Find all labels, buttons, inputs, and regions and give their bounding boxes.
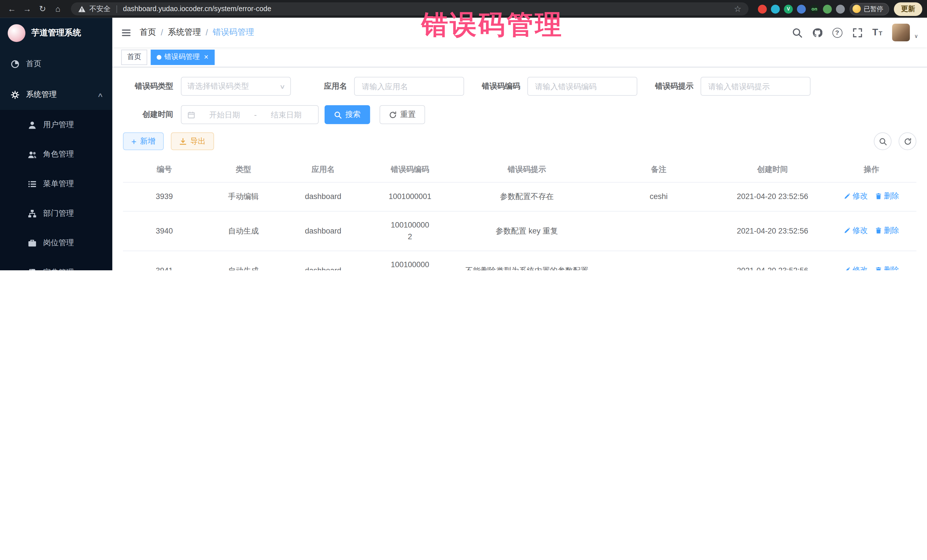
delete-link[interactable]: 删除 — [875, 190, 899, 202]
github-icon[interactable] — [812, 27, 822, 37]
sidebar-item-label: 字典管理 — [43, 267, 74, 270]
ext-red-icon[interactable] — [758, 5, 767, 14]
help-icon[interactable]: ? — [832, 27, 842, 37]
search-button[interactable]: 搜索 — [325, 105, 370, 124]
export-button[interactable]: 导出 — [171, 132, 214, 150]
column-header: 操作 — [826, 157, 916, 182]
cell-remark: ceshi — [599, 182, 719, 211]
add-button[interactable]: + 新增 — [123, 132, 164, 150]
sidebar-item-dept[interactable]: 部门管理 — [0, 199, 112, 228]
error-code-table: 编号类型应用名错误码编码错误码提示备注创建时间操作 3939手动编辑dashbo… — [123, 157, 916, 270]
sidebar-item-label: 部门管理 — [43, 208, 74, 219]
cell-time: 2021-04-20 23:52:56 — [719, 182, 826, 211]
sidebar-item-system[interactable]: 系统管理∧ — [0, 79, 112, 110]
ext-on-badge-icon[interactable]: on — [810, 5, 819, 14]
edit-link-label: 修改 — [853, 190, 868, 202]
table-body: 3939手动编辑dashboard1001000001参数配置不存在ceshi2… — [123, 182, 916, 270]
delete-link[interactable]: 删除 — [875, 264, 899, 270]
reset-button-label: 重置 — [400, 109, 416, 120]
dashboard-icon — [10, 59, 20, 68]
profile-chip[interactable]: 已暂停 — [849, 3, 889, 15]
hamburger-icon[interactable] — [121, 27, 131, 37]
edit-link[interactable]: 修改 — [844, 225, 868, 237]
sidebar-item-user[interactable]: 用户管理 — [0, 110, 112, 140]
toggle-search-button[interactable] — [874, 132, 891, 150]
sidebar-item-dict[interactable]: 字典管理 — [0, 258, 112, 270]
forward-button[interactable]: → — [20, 2, 34, 16]
pencil-icon — [844, 227, 851, 234]
cell-id: 3939 — [123, 182, 206, 211]
breadcrumb-item[interactable]: 系统管理 — [168, 27, 201, 38]
sidebar-item-home[interactable]: 首页 — [0, 49, 112, 79]
ext-blue-grid-icon[interactable] — [797, 5, 806, 14]
ext-green-check-icon[interactable]: V — [784, 5, 793, 14]
delete-link[interactable]: 删除 — [875, 225, 899, 237]
header-search-icon[interactable] — [792, 27, 802, 37]
cell-app: dashboard — [281, 211, 365, 251]
filter-label: 错误码提示 — [655, 81, 694, 91]
column-header: 备注 — [599, 157, 719, 182]
sidebar-item-post[interactable]: 岗位管理 — [0, 228, 112, 258]
tab-home[interactable]: 首页 — [121, 49, 147, 65]
reset-button[interactable]: 重置 — [380, 105, 425, 124]
column-header: 错误码编码 — [365, 157, 455, 182]
tab-label: 错误码管理 — [164, 52, 200, 62]
sidebar-item-label: 菜单管理 — [43, 179, 74, 189]
breadcrumb-separator: / — [206, 28, 208, 37]
home-button[interactable]: ⌂ — [51, 2, 65, 16]
add-button-label: 新增 — [140, 136, 155, 147]
back-button[interactable]: ← — [5, 2, 19, 16]
tab-close-icon[interactable]: × — [204, 53, 208, 61]
sidebar-item-label: 用户管理 — [43, 120, 74, 130]
app-logo-row[interactable]: 芋道管理系统 — [0, 18, 112, 49]
fullscreen-icon[interactable] — [852, 27, 862, 37]
search-icon — [334, 111, 342, 118]
user-avatar[interactable] — [892, 24, 910, 41]
filter-label: 应用名 — [324, 81, 347, 91]
breadcrumb-item: 错误码管理 — [213, 27, 254, 38]
cell-hint: 参数配置 key 重复 — [455, 211, 599, 251]
cell-actions: 修改删除 — [826, 251, 916, 270]
filter-error-type: 错误码类型 请选择错误码类型 ∨ — [123, 77, 291, 96]
cell-type: 手动编辑 — [206, 182, 281, 211]
sidebar-item-menu[interactable]: 菜单管理 — [0, 169, 112, 199]
filter-label: 错误码类型 — [123, 81, 173, 91]
error-type-select[interactable]: 请选择错误码类型 ∨ — [181, 77, 291, 96]
select-placeholder: 请选择错误码类型 — [187, 81, 249, 91]
bookmark-star-icon[interactable]: ☆ — [734, 4, 741, 14]
cell-app: dashboard — [281, 251, 365, 270]
extensions-puzzle-icon[interactable] — [836, 5, 845, 14]
refresh-table-button[interactable] — [899, 132, 916, 150]
app-name-input[interactable] — [360, 81, 457, 91]
cell-id: 3941 — [123, 251, 206, 270]
breadcrumb: 首页/系统管理/错误码管理 — [140, 27, 254, 38]
content: 错误码类型 请选择错误码类型 ∨ 应用名 错误码编码 — [112, 67, 927, 270]
avatar-caret-icon: ∨ — [914, 33, 918, 41]
end-date-input[interactable] — [260, 109, 312, 120]
main-area: 首页/系统管理/错误码管理 ? TT ∨ 首页错误码管理× 错误码类型 — [112, 18, 927, 270]
tab-error-code[interactable]: 错误码管理× — [151, 49, 214, 65]
plus-icon: + — [131, 137, 136, 146]
edit-link[interactable]: 修改 — [844, 264, 868, 270]
briefcase-icon — [27, 238, 37, 247]
reload-button[interactable]: ↻ — [35, 2, 50, 16]
active-tab-dot — [157, 55, 161, 59]
address-bar[interactable]: 不安全 dashboard.yudao.iocoder.cn/system/er… — [71, 2, 748, 15]
ext-leaf-icon[interactable] — [823, 5, 832, 14]
font-size-icon[interactable]: TT — [872, 27, 882, 38]
error-code-input[interactable] — [534, 81, 631, 91]
ext-teal-icon[interactable] — [771, 5, 780, 14]
breadcrumb-item[interactable]: 首页 — [140, 27, 156, 38]
cell-code: 1001000001 — [365, 182, 455, 211]
chevron-up-icon: ∧ — [97, 91, 103, 98]
error-hint-input[interactable] — [707, 81, 804, 91]
edit-link[interactable]: 修改 — [844, 190, 868, 202]
export-button-label: 导出 — [190, 136, 206, 147]
gear-icon — [10, 90, 20, 99]
start-date-input[interactable] — [199, 109, 251, 120]
cell-time: 2021-04-20 23:52:56 — [719, 211, 826, 251]
column-header: 创建时间 — [719, 157, 826, 182]
sidebar-item-role[interactable]: 角色管理 — [0, 140, 112, 169]
browser-update-button[interactable]: 更新 — [894, 2, 922, 16]
date-range-picker[interactable]: - — [181, 105, 319, 124]
